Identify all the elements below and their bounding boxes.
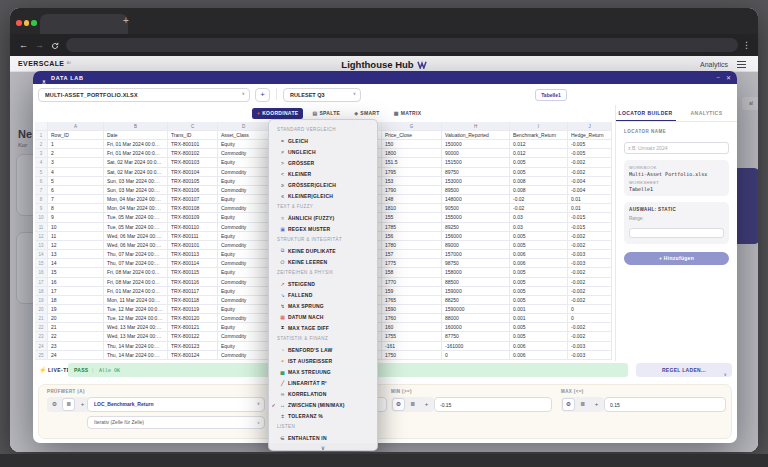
menu-item[interactable]: >GRÖSSER — [269, 157, 377, 168]
menu-item[interactable]: ◔BENFORD'S LAW — [269, 344, 377, 355]
sheet-cell[interactable]: 150000 — [442, 140, 510, 149]
sheet-cell[interactable]: Equity — [218, 305, 270, 314]
sheet-cell[interactable]: 89250 — [442, 223, 510, 232]
column-header[interactable]: C — [168, 122, 218, 131]
row-header[interactable]: 20 — [35, 305, 48, 314]
sheet-cell[interactable]: Commodity — [218, 259, 270, 268]
sheet-cell[interactable]: TRX-800101 — [168, 140, 218, 149]
sheet-cell[interactable]: TRX-800105 — [168, 177, 218, 186]
min-value-input[interactable] — [434, 397, 552, 412]
sheet-cell[interactable]: -0.002 — [568, 158, 612, 167]
sheet-cell[interactable]: 0.008 — [510, 177, 568, 186]
sheet-cell[interactable]: 1760 — [382, 314, 442, 323]
add-locator-button[interactable]: + Hinzufügen — [624, 252, 729, 265]
sheet-cell[interactable]: 156 — [382, 232, 442, 241]
sheet-cell[interactable]: -0.004 — [568, 186, 612, 195]
worksheet-chip[interactable]: Tabelle1 — [535, 89, 567, 101]
sheet-cell[interactable]: 1775 — [382, 259, 442, 268]
sheet-cell[interactable]: Thu, 07 Mar 2024 00:… — [104, 259, 168, 268]
sheet-cell[interactable]: TRX-800118 — [168, 296, 218, 305]
column-header[interactable]: G — [382, 122, 442, 131]
sheet-cell[interactable]: 0.005 — [510, 168, 568, 177]
ruleset-select[interactable]: RULESET Q3∨ — [283, 88, 361, 102]
sheet-cell[interactable]: 0.005 — [510, 158, 568, 167]
sheet-cell[interactable]: Sun, 03 Mar 2024 00:… — [104, 177, 168, 186]
sheet-cell[interactable]: TRX-800120 — [168, 314, 218, 323]
menu-item[interactable]: ✓↔ZWISCHEN (MIN/MAX) — [269, 399, 377, 410]
sheet-cell[interactable]: Sat, 02 Mar 2024 00:0… — [104, 168, 168, 177]
sheet-cell[interactable]: Equity — [218, 232, 270, 241]
sheet-cell[interactable]: Mon, 04 Mar 2024 00:… — [104, 195, 168, 204]
sheet-cell[interactable]: Mon, 11 Mar 2024 00:… — [104, 296, 168, 305]
sheet-cell[interactable]: 0.005 — [510, 268, 568, 277]
sheet-cell[interactable]: 0.005 — [510, 241, 568, 250]
menu-item[interactable]: ±TOLERANZ % — [269, 410, 377, 421]
row-header[interactable]: 9 — [35, 204, 48, 213]
row-header[interactable]: 6 — [35, 177, 48, 186]
menu-item[interactable]: ≠UNGLEICH — [269, 146, 377, 157]
sheet-cell[interactable]: 0.001 — [510, 305, 568, 314]
sheet-cell[interactable]: 12 — [48, 241, 104, 250]
sheet-cell[interactable]: Commodity — [218, 168, 270, 177]
sheet-cell[interactable]: TRX-800116 — [168, 278, 218, 287]
column-header[interactable]: A — [48, 122, 104, 131]
sheet-cell[interactable]: TRX-800101 — [168, 241, 218, 250]
row-header[interactable]: 19 — [35, 296, 48, 305]
sheet-cell[interactable]: Tue, 05 Mar 2024 00:… — [104, 213, 168, 222]
row-header[interactable]: 8 — [35, 195, 48, 204]
sheet-cell[interactable]: -0.015 — [568, 213, 612, 222]
modal-header[interactable]: DATA LAB − ✕ — [33, 71, 737, 84]
row-header[interactable]: 22 — [35, 323, 48, 332]
sheet-cell[interactable]: 0.005 — [510, 323, 568, 332]
sheet-cell[interactable]: 0.005 — [510, 287, 568, 296]
sheet-cell[interactable]: 157000 — [442, 250, 510, 259]
row-header[interactable]: 17 — [35, 278, 48, 287]
value-locator-select[interactable]: LOC_Benchmark_Return∨ — [87, 397, 265, 412]
sheet-cell[interactable]: Thu, 14 Mar 2024 00:… — [104, 342, 168, 351]
sheet-cell[interactable]: Price_Close — [382, 131, 442, 140]
sheet-cell[interactable]: 0.006 — [510, 250, 568, 259]
sheet-cell[interactable]: 0.012 — [510, 140, 568, 149]
sheet-cell[interactable]: Equity — [218, 140, 270, 149]
sheet-cell[interactable]: Thu, 14 Mar 2024 00:… — [104, 351, 168, 360]
plus-icon[interactable]: + — [420, 398, 433, 411]
row-header[interactable]: 16 — [35, 268, 48, 277]
sheet-cell[interactable]: Thu, 07 Mar 2024 00:… — [104, 250, 168, 259]
sheet-cell[interactable]: 90000 — [442, 149, 510, 158]
row-header[interactable]: 14 — [35, 250, 48, 259]
tab-analytics[interactable]: ANALYTICS — [676, 105, 737, 121]
close-window-button[interactable] — [16, 20, 22, 26]
sheet-cell[interactable]: TRX-800113 — [168, 250, 218, 259]
sheet-cell[interactable]: 1590 — [382, 305, 442, 314]
sheet-cell[interactable]: 17 — [48, 287, 104, 296]
row-header[interactable]: 18 — [35, 287, 48, 296]
row-header[interactable]: 10 — [35, 213, 48, 222]
sheet-cell[interactable]: 0.03 — [510, 223, 568, 232]
sheet-cell[interactable]: -0.003 — [568, 250, 612, 259]
sheet-cell[interactable]: 155000 — [442, 213, 510, 222]
row-header[interactable]: 15 — [35, 259, 48, 268]
sheet-cell[interactable]: 9 — [48, 213, 104, 222]
range-input[interactable] — [629, 228, 724, 238]
row-header[interactable]: 1 — [35, 131, 48, 140]
sheet-cell[interactable]: Date — [104, 131, 168, 140]
column-header[interactable]: J — [568, 122, 612, 131]
sheet-cell[interactable]: 1755 — [382, 332, 442, 341]
gear-icon[interactable]: ⚙ — [392, 398, 405, 411]
sheet-cell[interactable]: 89500 — [442, 186, 510, 195]
sheet-cell[interactable]: -0.002 — [568, 232, 612, 241]
sheet-cell[interactable]: 0.005 — [510, 232, 568, 241]
sheet-cell[interactable]: -0.015 — [568, 223, 612, 232]
sheet-cell[interactable]: TRX-800117 — [168, 287, 218, 296]
sheet-cell[interactable]: 2 — [48, 149, 104, 158]
menu-item[interactable]: ⧗MAX TAGE DIFF — [269, 322, 377, 333]
sheet-cell[interactable]: -0.005 — [568, 140, 612, 149]
sheet-cell[interactable]: 1810 — [382, 204, 442, 213]
sheet-cell[interactable]: -0.002 — [568, 287, 612, 296]
sheet-cell[interactable]: Commodity — [218, 149, 270, 158]
sheet-cell[interactable]: 4 — [48, 168, 104, 177]
tab-spalte[interactable]: ▤SPALTE — [307, 108, 345, 119]
database-icon[interactable]: ≣ — [406, 398, 419, 411]
sheet-cell[interactable]: 21 — [48, 323, 104, 332]
sheet-cell[interactable]: -161000 — [442, 342, 510, 351]
